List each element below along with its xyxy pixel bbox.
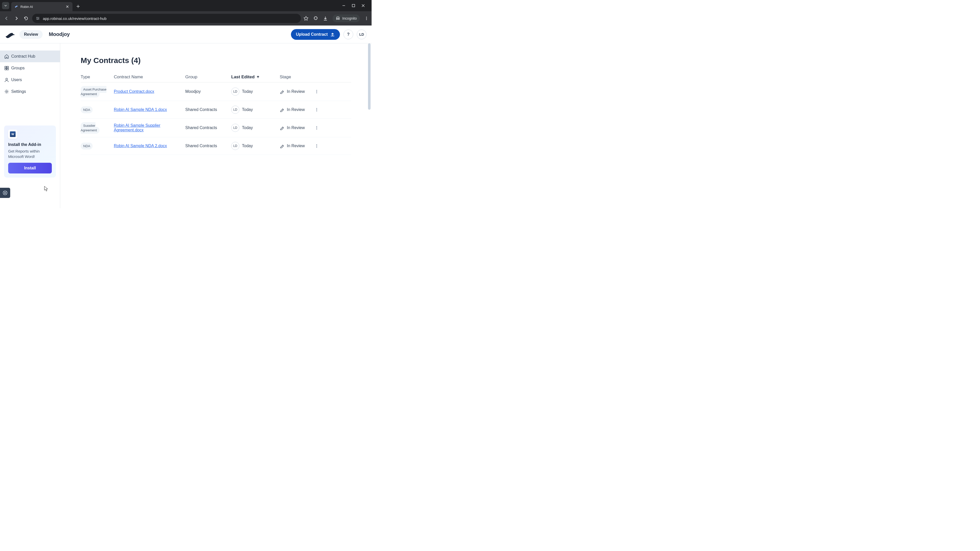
maximize-button[interactable] xyxy=(352,4,357,7)
sidebar: Contract Hub Groups Users Settings W Ins… xyxy=(0,43,60,208)
browser-tab[interactable]: Robin AI xyxy=(11,2,73,11)
col-group[interactable]: Group xyxy=(185,75,231,79)
support-fab[interactable] xyxy=(0,188,10,198)
sidebar-item-label: Settings xyxy=(11,89,26,94)
back-button[interactable] xyxy=(3,15,10,22)
scrollbar[interactable] xyxy=(368,43,371,208)
upload-icon xyxy=(330,32,335,37)
svg-rect-10 xyxy=(5,68,6,70)
col-name[interactable]: Contract Name xyxy=(114,75,185,79)
extensions-button[interactable] xyxy=(313,16,318,21)
page-title: My Contracts (4) xyxy=(81,56,351,65)
stage-cell: In Review xyxy=(280,89,313,94)
site-settings-icon[interactable] xyxy=(36,16,40,21)
svg-point-13 xyxy=(6,91,7,92)
incognito-badge[interactable]: Incognito xyxy=(332,14,360,22)
main-content: My Contracts (4) Type Contract Name Grou… xyxy=(60,43,372,208)
review-pill[interactable]: Review xyxy=(19,30,43,39)
sidebar-item-contract-hub[interactable]: Contract Hub xyxy=(0,51,60,62)
editor-avatar: LD xyxy=(231,87,239,96)
new-tab-button[interactable] xyxy=(75,3,82,10)
col-edited[interactable]: Last Edited xyxy=(231,75,280,79)
help-button[interactable]: ? xyxy=(344,30,353,39)
browser-menu-button[interactable] xyxy=(364,16,369,21)
svg-point-6 xyxy=(366,19,367,20)
edit-icon xyxy=(280,144,284,148)
app: Review Moodjoy Upload Contract ? LD Cont… xyxy=(0,25,372,208)
editor-avatar: LD xyxy=(231,142,239,150)
tab-dropdown-button[interactable] xyxy=(2,2,9,9)
install-button[interactable]: Install xyxy=(8,163,52,173)
table-row: NDA Robin AI Sample NDA 1.docx Shared Co… xyxy=(81,101,351,119)
forward-button[interactable] xyxy=(13,15,20,22)
downloads-button[interactable] xyxy=(323,16,328,21)
org-name: Moodjoy xyxy=(49,32,70,37)
row-more-button[interactable] xyxy=(313,89,321,94)
user-icon xyxy=(4,77,9,83)
svg-point-22 xyxy=(317,129,317,130)
contract-link[interactable]: Robin AI Sample NDA 1.docx xyxy=(114,107,167,112)
col-type[interactable]: Type xyxy=(81,75,114,79)
user-avatar[interactable]: LD xyxy=(357,30,366,39)
sidebar-item-users[interactable]: Users xyxy=(0,74,60,86)
svg-point-3 xyxy=(37,19,38,20)
table-header: Type Contract Name Group Last Edited Sta… xyxy=(81,72,351,83)
robin-favicon-icon xyxy=(14,5,18,9)
contracts-table: Type Contract Name Group Last Edited Sta… xyxy=(81,72,351,155)
url-bar-row: app.robinai.co.uk/review/contract-hub In… xyxy=(0,11,372,25)
grid-icon xyxy=(4,65,9,71)
url-bar[interactable]: app.robinai.co.uk/review/contract-hub xyxy=(32,14,301,23)
type-badge: Asset Purchase Agreement xyxy=(81,86,107,97)
tab-bar: Robin AI xyxy=(0,0,372,11)
window-controls xyxy=(342,4,369,7)
contract-link[interactable]: Robin AI Sample Supplier Agreement.docx xyxy=(114,123,160,132)
group-cell: Shared Contracts xyxy=(185,107,231,112)
col-stage[interactable]: Stage xyxy=(280,75,313,79)
close-tab-button[interactable] xyxy=(65,5,69,9)
word-icon: W xyxy=(8,130,18,139)
svg-point-4 xyxy=(366,17,367,17)
group-cell: Shared Contracts xyxy=(185,144,231,148)
svg-point-24 xyxy=(317,146,317,146)
minimize-button[interactable] xyxy=(342,4,347,7)
svg-point-15 xyxy=(317,91,317,92)
incognito-icon xyxy=(336,16,340,21)
browser-chrome: Robin AI app.robinai.co.uk/review/contra… xyxy=(0,0,372,25)
svg-point-2 xyxy=(38,18,39,19)
svg-rect-0 xyxy=(352,4,355,7)
svg-rect-8 xyxy=(5,66,6,68)
close-window-button[interactable] xyxy=(361,4,366,7)
svg-point-5 xyxy=(366,18,367,19)
svg-point-27 xyxy=(4,192,6,194)
robin-logo-icon[interactable] xyxy=(5,31,15,38)
table-row: Asset Purchase Agreement Product Contrac… xyxy=(81,83,351,101)
svg-point-18 xyxy=(317,110,317,110)
contract-link[interactable]: Robin AI Sample NDA 2.docx xyxy=(114,144,167,148)
table-row: NDA Robin AI Sample NDA 2.docx Shared Co… xyxy=(81,137,351,155)
sort-asc-icon xyxy=(256,75,260,79)
svg-point-1 xyxy=(37,17,38,18)
reload-button[interactable] xyxy=(22,15,30,22)
row-more-button[interactable] xyxy=(313,126,321,130)
svg-point-17 xyxy=(317,108,317,109)
edited-cell: LD Today xyxy=(231,87,280,96)
row-more-button[interactable] xyxy=(313,108,321,112)
home-icon xyxy=(4,54,9,59)
table-row: Supplier Agreement Robin AI Sample Suppl… xyxy=(81,119,351,137)
sidebar-item-groups[interactable]: Groups xyxy=(0,62,60,74)
svg-point-7 xyxy=(13,33,14,34)
bookmark-button[interactable] xyxy=(304,16,309,21)
addin-title: Install the Add-in xyxy=(8,142,52,147)
upload-contract-button[interactable]: Upload Contract xyxy=(291,29,340,40)
sidebar-item-settings[interactable]: Settings xyxy=(0,86,60,97)
editor-avatar: LD xyxy=(231,106,239,114)
addin-card: W Install the Add-in Get Reports within … xyxy=(4,125,56,178)
type-badge: NDA xyxy=(81,143,93,149)
row-more-button[interactable] xyxy=(313,144,321,148)
scrollbar-thumb[interactable] xyxy=(368,43,371,110)
contract-link[interactable]: Product Contract.docx xyxy=(114,89,154,94)
incognito-label: Incognito xyxy=(342,16,357,21)
group-cell: Moodjoy xyxy=(185,89,231,94)
svg-point-16 xyxy=(317,93,317,94)
svg-point-14 xyxy=(317,90,317,91)
